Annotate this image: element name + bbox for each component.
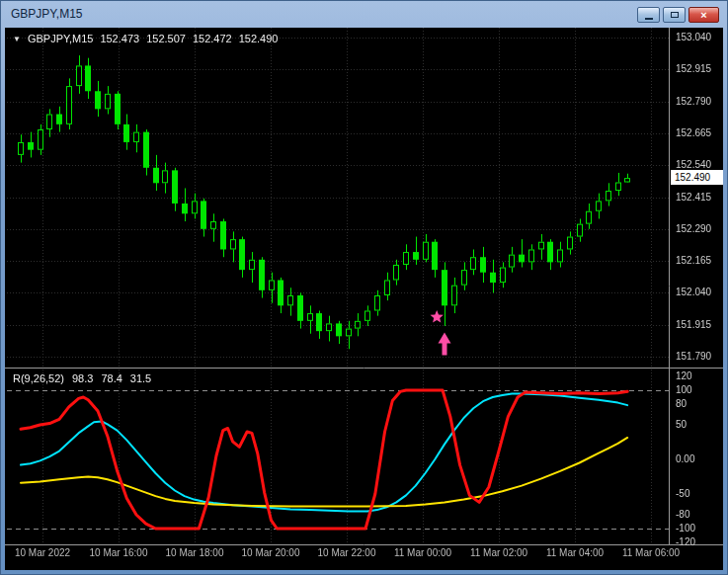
price-tick-label: 152.165 [676, 255, 711, 267]
price-tick-label: 152.540 [676, 159, 711, 171]
indicator-tick-label: 100 [676, 384, 692, 396]
close-button[interactable]: × [688, 7, 719, 23]
price-tick-label: 152.040 [676, 287, 711, 298]
ohlc-low: 152.472 [193, 33, 232, 44]
price-tick-label: 152.790 [676, 96, 711, 108]
ohlc-open: 152.473 [100, 33, 139, 44]
price-chart-canvas[interactable] [5, 28, 723, 570]
price-tick-label: 151.915 [676, 319, 711, 331]
time-axis-label: 10 Mar 2022 [15, 547, 70, 559]
ohlc-close: 152.490 [239, 33, 279, 44]
time-axis-label: 11 Mar 04:00 [546, 547, 604, 559]
window-titlebar[interactable]: GBPJPY,M15 × [0, 0, 728, 28]
time-axis-label: 10 Mar 18:00 [166, 547, 224, 559]
indicator-tick-label: 0.00 [676, 453, 694, 465]
indicator-tick-label: -50 [676, 488, 689, 500]
price-tick-label: 151.790 [676, 351, 711, 363]
close-icon: × [700, 9, 706, 21]
indicator-value-3: 31.5 [130, 372, 151, 384]
ohlc-readout: ▼ GBPJPY,M15 152.473 152.507 152.472 152… [13, 33, 278, 44]
price-tick-label: 152.665 [676, 127, 711, 139]
indicator-tick-label: 120 [676, 370, 692, 382]
time-axis-label: 10 Mar 20:00 [242, 547, 300, 559]
price-tick-label: 152.290 [676, 223, 711, 235]
price-tick-label: 152.915 [676, 63, 711, 75]
indicator-tick-label: 80 [676, 398, 687, 410]
chart-client-area: ▼ GBPJPY,M15 152.473 152.507 152.472 152… [5, 28, 723, 570]
indicator-tick-label: 50 [676, 419, 687, 431]
indicator-tick-label: -100 [676, 523, 695, 534]
window-controls: × [637, 7, 719, 23]
minimize-button[interactable] [637, 7, 660, 23]
indicator-tick-label: -80 [676, 509, 689, 521]
time-axis-label: 11 Mar 06:00 [622, 547, 680, 559]
time-axis-label: 11 Mar 02:00 [470, 547, 527, 559]
price-tick-label: 152.415 [676, 192, 711, 204]
chart-window: GBPJPY,M15 × ▼ GBPJPY,M15 152.473 152.50… [0, 0, 728, 575]
time-axis-label: 10 Mar 16:00 [90, 547, 148, 559]
time-axis-label: 10 Mar 22:00 [318, 547, 376, 559]
chart-dropdown-icon: ▼ [13, 35, 21, 43]
ohlc-high: 152.507 [146, 33, 186, 44]
ohlc-symbol: GBPJPY,M15 [28, 33, 93, 44]
minimize-icon [645, 18, 653, 20]
indicator-value-1: 98.3 [72, 372, 93, 384]
time-axis-label: 11 Mar 00:00 [394, 547, 451, 559]
maximize-icon [671, 12, 679, 18]
current-price-tag: 152.490 [671, 170, 723, 185]
indicator-name: R(9,26,52) [13, 372, 64, 384]
indicator-value-2: 78.4 [101, 372, 121, 384]
maximize-button[interactable] [663, 7, 686, 23]
indicator-readout: R(9,26,52) 98.3 78.4 31.5 [13, 372, 151, 384]
price-tick-label: 153.040 [676, 32, 711, 43]
window-title: GBPJPY,M15 [11, 7, 82, 21]
